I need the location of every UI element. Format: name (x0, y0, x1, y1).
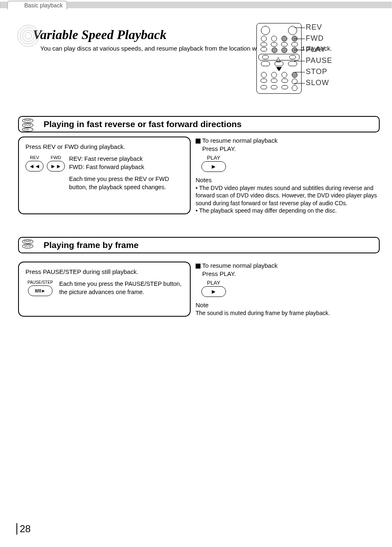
svg-point-3 (25, 32, 32, 39)
play-label: PLAY (201, 154, 226, 162)
page-number: 28 (16, 523, 31, 535)
remote-label-fwd: FWD (306, 34, 380, 43)
section1-resume-b: Press PLAY. (202, 145, 380, 153)
remote-labels: REV FWD PLAY PAUSE STOP SLOW (302, 23, 380, 94)
play-icon: ► (201, 286, 226, 297)
remote-label-rev: REV (306, 23, 380, 32)
disc-dvd: DVD (22, 118, 33, 123)
section2-desc: Each time you press the PAUSE/STEP butto… (59, 280, 183, 296)
disc-vcd: VCD (22, 244, 33, 248)
disc-icons: DVD VCD CD (22, 118, 33, 132)
section1-heading: Playing in fast reverse or fast forward … (44, 119, 374, 129)
section2-lead: Press PAUSE/STEP during still playback. (25, 268, 183, 275)
pause-step-icon: II/II► (28, 285, 53, 296)
play-label: PLAY (201, 279, 226, 287)
disc-vcd: VCD (22, 123, 33, 127)
square-bullet-icon (196, 264, 201, 269)
section1-desc2: Each time you press the REV or FWD butto… (69, 175, 183, 191)
section1-instruction-box: Press REV or FWD during playback. REV ◄◄… (18, 137, 191, 214)
fwd-label: FWD (51, 155, 61, 160)
svg-point-0 (18, 25, 39, 46)
section2-right: To resume normal playback Press PLAY. PL… (196, 262, 380, 317)
note-heading: Note (196, 301, 380, 309)
rev-button-icon: REV ◄◄ (25, 155, 44, 195)
section-tab: Basic playback (7, 1, 67, 9)
section1-resume-h: To resume normal playback (202, 137, 277, 144)
section-bar-fastplay: DVD VCD CD Playing in fast reverse or fa… (18, 116, 380, 132)
section2-heading: Playing frame by frame (44, 240, 374, 250)
svg-point-2 (23, 30, 34, 42)
pause-step-button-icon: PAUSE/STEP II/II► (25, 280, 55, 300)
section2-body: Press PAUSE/STEP during still playback. … (18, 262, 380, 317)
section1-desc1: REV: Fast reverse playback FWD: Fast for… (69, 155, 183, 171)
fwd-button-icon: FWD ►► (47, 155, 65, 195)
section2-instruction-box: Press PAUSE/STEP during still playback. … (18, 262, 191, 317)
remote-label-play: PLAY (306, 45, 380, 54)
disc-cd: CD (22, 127, 33, 132)
note-item: The playback speed may differ depending … (196, 207, 380, 214)
play-icon: ► (201, 161, 226, 172)
disc-icons: DVD VCD (22, 239, 33, 248)
play-button-diagram: PLAY ► (201, 154, 380, 172)
notes-heading: Notes (196, 176, 380, 184)
rev-icon: ◄◄ (25, 161, 44, 172)
section1-right: To resume normal playback Press PLAY. PL… (196, 137, 380, 214)
swirl-icon (16, 24, 40, 48)
pause-step-label: PAUSE/STEP (28, 280, 53, 285)
disc-dvd: DVD (22, 239, 33, 244)
rev-label: REV (30, 155, 39, 160)
remote-diagram: △ REV FWD PLAY PAUSE STOP SLOW (256, 23, 380, 94)
section-bar-frame: DVD VCD Playing frame by frame (18, 237, 380, 253)
note-item: The DVD video player mutes sound and sub… (196, 184, 380, 207)
remote-label-stop: STOP (306, 67, 380, 76)
play-button-diagram: PLAY ► (201, 279, 380, 297)
square-bullet-icon (196, 139, 201, 144)
fwd-icon: ►► (47, 161, 65, 172)
remote-label-pause: PAUSE (306, 56, 380, 65)
section2-resume-b: Press PLAY. (202, 270, 380, 278)
remote-label-slow: SLOW (306, 79, 380, 87)
section1-lead: Press REV or FWD during playback. (25, 143, 183, 150)
note-text: The sound is muted during frame by frame… (196, 309, 380, 317)
section2-resume-h: To resume normal playback (202, 262, 277, 269)
section1-body: Press REV or FWD during playback. REV ◄◄… (18, 137, 380, 214)
